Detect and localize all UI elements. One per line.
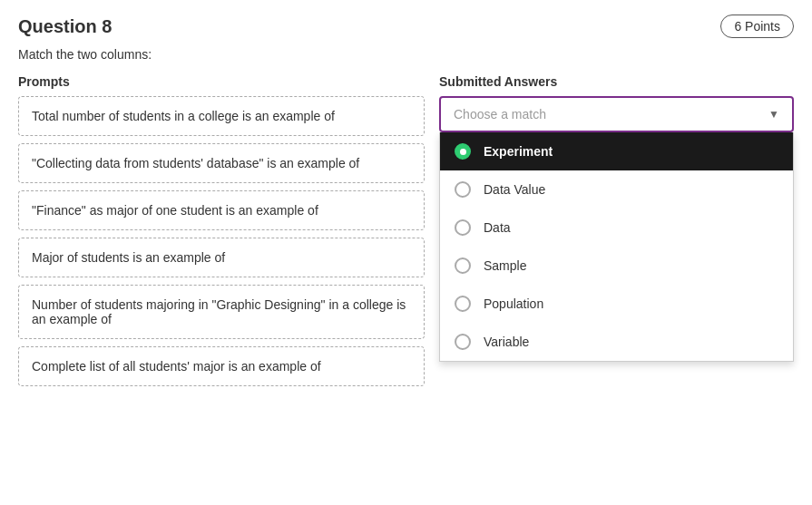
radio-experiment — [455, 143, 471, 160]
option-label: Data — [484, 220, 511, 235]
dropdown-option-data[interactable]: Data — [440, 209, 793, 247]
radio-variable — [455, 334, 471, 350]
prompt-item: "Collecting data from students' database… — [18, 143, 425, 183]
dropdown-menu: Experiment Data Value Data Sample — [439, 132, 794, 362]
dropdown-option-variable[interactable]: Variable — [440, 323, 793, 361]
chevron-down-icon: ▼ — [768, 108, 779, 121]
prompt-item: Total number of students in a college is… — [18, 96, 425, 136]
instruction: Match the two columns: — [18, 47, 794, 62]
radio-data-value — [455, 181, 471, 198]
page-container: Question 8 6 Points Match the two column… — [0, 0, 812, 408]
prompts-header: Prompts — [18, 74, 425, 89]
dropdown-option-sample[interactable]: Sample — [440, 247, 793, 285]
answers-header: Submitted Answers — [439, 74, 794, 89]
dropdown-option-population[interactable]: Population — [440, 285, 793, 323]
question-header: Question 8 6 Points — [18, 15, 794, 38]
option-label: Sample — [484, 258, 526, 273]
answers-column: Submitted Answers Choose a match ▼ Exper… — [439, 74, 794, 132]
prompt-item: Major of students is an example of — [18, 238, 425, 277]
match-dropdown[interactable]: Choose a match ▼ Experiment Data Value — [439, 96, 794, 132]
prompt-item: "Finance" as major of one student is an … — [18, 190, 425, 230]
columns-container: Prompts Total number of students in a co… — [18, 74, 794, 393]
option-label: Population — [484, 296, 543, 311]
option-label: Data Value — [484, 182, 545, 197]
dropdown-option-data-value[interactable]: Data Value — [440, 170, 793, 209]
dropdown-option-experiment[interactable]: Experiment — [440, 132, 793, 170]
dropdown-trigger[interactable]: Choose a match ▼ — [439, 96, 794, 132]
prompts-column: Prompts Total number of students in a co… — [18, 74, 425, 393]
option-label: Variable — [484, 335, 529, 349]
prompt-item: Complete list of all students' major is … — [18, 346, 425, 386]
question-title: Question 8 — [18, 16, 112, 37]
option-label: Experiment — [484, 144, 553, 159]
prompt-item: Number of students majoring in "Graphic … — [18, 285, 425, 339]
dropdown-placeholder: Choose a match — [454, 107, 546, 121]
radio-sample — [455, 257, 471, 274]
points-badge: 6 Points — [720, 15, 794, 38]
radio-population — [455, 296, 471, 312]
radio-data — [455, 219, 471, 236]
